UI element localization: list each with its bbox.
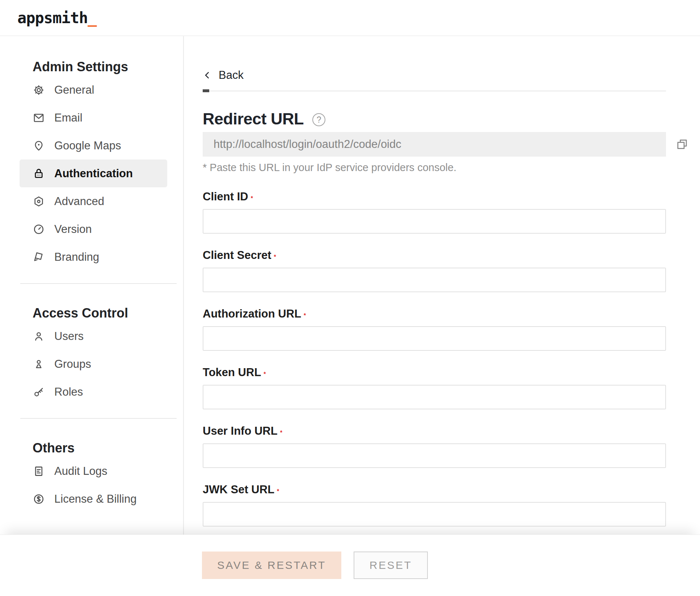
mail-icon — [33, 112, 45, 124]
app-header: appsmith_ — [0, 0, 700, 36]
tab-indicator-divider — [203, 90, 666, 91]
lock-icon — [33, 167, 45, 180]
copy-icon — [676, 139, 688, 150]
client-secret-input[interactable] — [203, 268, 666, 292]
sidebar-item-label: Version — [54, 223, 92, 236]
gear-icon — [33, 84, 45, 96]
reset-button[interactable]: RESET — [354, 552, 428, 579]
copy-url-button[interactable] — [676, 139, 688, 150]
section-heading-admin-settings: Admin Settings — [33, 59, 183, 74]
authorization-url-input[interactable] — [203, 326, 666, 351]
sidebar-item-label: Users — [54, 330, 84, 343]
sidebar-item-label: Advanced — [54, 195, 104, 208]
field-label: Token URL — [203, 366, 261, 379]
branding-icon — [33, 251, 45, 263]
group-icon — [33, 358, 45, 370]
field-label: Client Secret — [203, 249, 271, 261]
redirect-url-input[interactable] — [203, 132, 666, 157]
sidebar-divider — [20, 283, 177, 284]
action-footer: SAVE & RESTART RESET — [0, 535, 700, 596]
key-icon — [33, 386, 45, 398]
sidebar-item-label: Groups — [54, 358, 91, 371]
jwk-set-url-input[interactable] — [203, 502, 666, 527]
required-asterisk: * — [274, 254, 276, 260]
main-panel: Back Redirect URL * Paste this URL in yo… — [184, 36, 700, 535]
audit-log-icon — [33, 465, 45, 477]
sidebar-item-license-billing[interactable]: License & Billing — [20, 485, 167, 513]
required-asterisk: * — [263, 371, 266, 377]
section-heading-access-control: Access Control — [33, 306, 183, 321]
sidebar-item-authentication[interactable]: Authentication — [20, 159, 167, 187]
user-info-url-input[interactable] — [203, 443, 666, 468]
hexagon-icon — [33, 195, 45, 208]
required-asterisk: * — [304, 312, 306, 319]
sidebar-item-label: Audit Logs — [54, 465, 107, 478]
sidebar-item-advanced[interactable]: Advanced — [20, 187, 167, 215]
client-id-input[interactable] — [203, 209, 666, 234]
sidebar-item-branding[interactable]: Branding — [20, 243, 167, 271]
logo-cursor: _ — [88, 9, 96, 27]
sidebar-item-groups[interactable]: Groups — [20, 350, 167, 378]
field-token-url: Token URL* — [203, 366, 666, 409]
section-heading-others: Others — [33, 440, 183, 456]
sidebar-item-label: Authentication — [54, 167, 133, 180]
sidebar-item-label: Roles — [54, 386, 83, 399]
sidebar-item-label: Branding — [54, 251, 99, 264]
field-client-secret: Client Secret* — [203, 249, 666, 292]
logo-text: appsmith — [17, 9, 88, 27]
field-label: JWK Set URL — [203, 483, 274, 496]
field-label: User Info URL — [203, 425, 278, 437]
sidebar-item-label: General — [54, 84, 94, 97]
required-asterisk: * — [280, 430, 282, 436]
sidebar-item-email[interactable]: Email — [20, 104, 167, 132]
sidebar-item-users[interactable]: Users — [20, 322, 167, 350]
token-url-input[interactable] — [203, 385, 666, 409]
field-label: Client ID — [203, 190, 248, 203]
back-label: Back — [219, 69, 244, 82]
sidebar-divider — [20, 418, 177, 419]
map-pin-icon — [33, 140, 45, 152]
sidebar-item-version[interactable]: Version — [20, 215, 167, 243]
appsmith-logo: appsmith_ — [17, 9, 97, 27]
billing-icon — [33, 493, 45, 505]
field-authorization-url: Authorization URL* — [203, 307, 666, 351]
field-user-info-url: User Info URL* — [203, 425, 666, 468]
sidebar-item-roles[interactable]: Roles — [20, 378, 167, 406]
sidebar-item-general[interactable]: General — [20, 76, 167, 104]
help-icon[interactable] — [312, 113, 325, 126]
back-button[interactable]: Back — [203, 69, 244, 82]
chevron-left-icon — [203, 71, 212, 80]
sidebar-item-label: License & Billing — [54, 493, 136, 506]
version-icon — [33, 223, 45, 235]
sidebar-item-google-maps[interactable]: Google Maps — [20, 132, 167, 159]
field-jwk-set-url: JWK Set URL* — [203, 483, 666, 527]
field-label: Authorization URL — [203, 307, 301, 320]
settings-sidebar: Admin Settings General Email Google Maps — [0, 36, 184, 535]
redirect-url-note: * Paste this URL in your IdP service pro… — [203, 162, 666, 174]
field-client-id: Client ID* — [203, 190, 666, 234]
sidebar-item-label: Email — [54, 111, 83, 124]
save-and-restart-button[interactable]: SAVE & RESTART — [202, 552, 341, 579]
sidebar-item-audit-logs[interactable]: Audit Logs — [20, 457, 167, 485]
user-icon — [33, 330, 45, 342]
sidebar-item-label: Google Maps — [54, 139, 121, 152]
required-asterisk: * — [251, 195, 253, 201]
page-title: Redirect URL — [203, 110, 304, 128]
required-asterisk: * — [277, 488, 279, 494]
